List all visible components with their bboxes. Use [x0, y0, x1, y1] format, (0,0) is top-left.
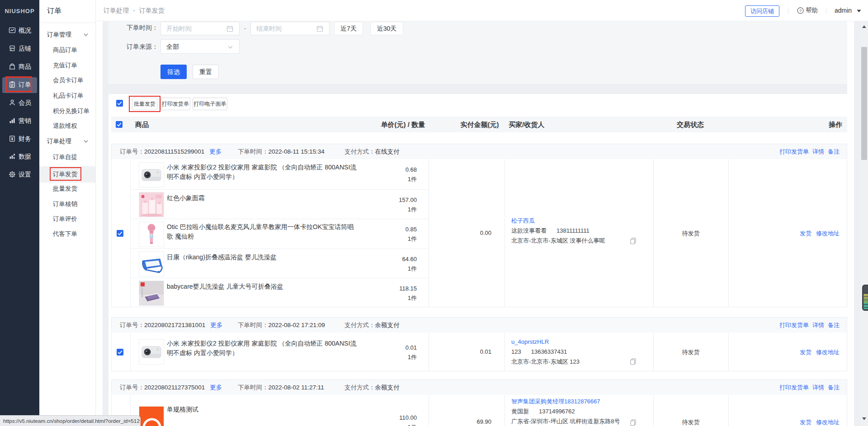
product-name[interactable]: 小米 米家投影仪2 投影仪家用 家庭影院 （全向自动矫正 800ANSI流明不虚…: [167, 339, 359, 358]
print-ship-link[interactable]: 打印发货单: [779, 384, 809, 391]
edit-address-link[interactable]: 修改地址: [816, 349, 840, 356]
menu-item-recharge-orders[interactable]: 充值订单: [53, 58, 77, 73]
ship-link[interactable]: 发货: [800, 349, 811, 356]
sidebar-item-label: 商品: [19, 57, 31, 75]
menu-item-points-exchange-orders[interactable]: 积分兑换订单: [53, 103, 90, 118]
edit-address-link[interactable]: 修改地址: [816, 419, 840, 426]
product-name[interactable]: 单规格测试: [167, 405, 359, 414]
secondary-sidebar-title: 订单: [47, 0, 96, 23]
buyer-receiver-phone: 12313636337431: [511, 347, 638, 357]
order-header-links: 打印发货单详情备注: [776, 318, 840, 332]
order-block: 订单号：202208111515299001更多 下单时间：2022-08-11…: [111, 144, 847, 307]
more-link[interactable]: 更多: [209, 148, 222, 155]
sidebar-item-finance[interactable]: 财务: [0, 130, 39, 148]
detail-link[interactable]: 详情: [812, 384, 824, 391]
scroll-up-arrow[interactable]: [862, 25, 867, 28]
finance-icon: [9, 135, 16, 142]
visit-shop-button[interactable]: 访问店铺: [745, 5, 779, 17]
buyer-address: 北京市-北京市-东城区 没事什么事呢: [511, 236, 638, 246]
breadcrumb-section[interactable]: 订单处理: [104, 7, 129, 14]
edit-address-link[interactable]: 修改地址: [816, 230, 840, 237]
product-row: 日康（rikang)折叠感温浴盆 婴儿洗澡盆 64.601件: [130, 248, 429, 278]
order-source-label: 订单来源：: [108, 42, 158, 51]
app-logo: NIUSHOP: [0, 5, 39, 18]
last-7-days-button[interactable]: 近7天: [334, 22, 363, 35]
remark-link[interactable]: 备注: [828, 384, 840, 391]
menu-item-proxy-orders[interactable]: 代客下单: [53, 226, 77, 241]
print-ship-order-button[interactable]: 打印发货单: [160, 98, 190, 110]
copy-address-icon[interactable]: [630, 358, 636, 365]
scroll-down-arrow[interactable]: [862, 417, 867, 421]
order-checkbox[interactable]: [117, 349, 123, 356]
sidebar-item-data[interactable]: 数据: [0, 147, 39, 165]
sidebar-item-overview[interactable]: 概况: [0, 21, 39, 39]
sidebar-item-members[interactable]: 会员: [0, 94, 39, 112]
order-no: 202208111515299001: [144, 148, 204, 155]
order-block: 订单号：202208021127375001更多 下单时间：2022-08-02…: [111, 379, 847, 426]
sidebar-item-marketing[interactable]: 营销: [0, 112, 39, 130]
breadcrumb-separator: -: [133, 7, 135, 14]
menu-item-order-pickup[interactable]: 订单自提: [53, 150, 77, 164]
product-row: 红色小象面霜 157.001件: [130, 189, 429, 219]
blue-bathtub-image: [139, 251, 164, 276]
order-body: 单规格测试 110.001件 69.90 智声集团采购黄经理1831287666…: [112, 395, 847, 426]
remark-link[interactable]: 备注: [828, 322, 840, 328]
svg-text:?: ?: [799, 9, 802, 13]
product-name[interactable]: Otic 巴拉啦小魔仙联名麦克风儿童早教家用一体卡拉OK宝宝话筒唱歌 魔仙粉: [167, 222, 359, 241]
ship-link[interactable]: 发货: [800, 230, 811, 237]
menu-item-order-verification[interactable]: 订单核销: [53, 197, 77, 211]
menu-group-order-processing[interactable]: 订单处理: [47, 134, 71, 149]
sidebar-item-settings[interactable]: 设置: [0, 165, 39, 183]
filter-button[interactable]: 筛选: [160, 65, 187, 79]
order-checkbox[interactable]: [117, 230, 123, 237]
help-menu[interactable]: ? 帮助: [797, 0, 826, 21]
sidebar-item-shop[interactable]: 店铺: [0, 39, 39, 57]
menu-item-label: 订单管理: [47, 31, 71, 38]
order-source-select[interactable]: 全部: [160, 39, 240, 54]
menu-item-gift-card-orders[interactable]: 礼品卡订单: [53, 88, 84, 103]
copy-address-icon[interactable]: [630, 419, 636, 426]
end-time-input[interactable]: 结束时间: [250, 22, 330, 35]
print-e-waybill-button[interactable]: 打印电子面单: [193, 98, 227, 110]
print-ship-link[interactable]: 打印发货单: [779, 322, 809, 328]
check-icon: [116, 100, 123, 107]
product-name[interactable]: 日康（rikang)折叠感温浴盆 婴儿洗澡盆: [167, 253, 359, 262]
product-name[interactable]: babycare婴儿洗澡盆 儿童大号可折叠浴盆: [167, 282, 359, 291]
buyer-nickname[interactable]: 智声集团采购黄经理18312876667: [511, 397, 638, 407]
menu-item-member-card-orders[interactable]: 会员卡订单: [53, 73, 84, 88]
overview-icon: [9, 27, 16, 34]
select-all-checkbox[interactable]: [116, 100, 123, 107]
menu-item-goods-orders[interactable]: 商品订单: [53, 42, 77, 57]
detail-link[interactable]: 详情: [812, 148, 824, 155]
menu-item-order-reviews[interactable]: 订单评价: [53, 211, 77, 226]
buyer-nickname[interactable]: u_4oprstzHLR: [511, 337, 638, 347]
remark-link[interactable]: 备注: [828, 148, 840, 155]
order-actions: 发货修改地址: [795, 348, 840, 356]
ship-link[interactable]: 发货: [800, 419, 811, 426]
user-menu[interactable]: admin: [835, 0, 861, 21]
order-actions: 发货修改地址: [795, 418, 840, 426]
buyer-nickname[interactable]: 松子西瓜: [511, 216, 638, 226]
more-link[interactable]: 更多: [210, 322, 222, 328]
table-header-checkbox[interactable]: [116, 121, 123, 128]
menu-item-batch-shipping[interactable]: 批量发货: [53, 181, 77, 196]
start-time-input[interactable]: 开始时间: [160, 22, 240, 35]
print-ship-link[interactable]: 打印发货单: [779, 148, 809, 155]
amount-paid: 69.90: [410, 418, 491, 425]
menu-item-refund-rights[interactable]: 退款维权: [53, 118, 77, 133]
scrollbar-thumb[interactable]: [861, 47, 867, 160]
menu-item-label: 订单评价: [53, 215, 77, 222]
detail-link[interactable]: 详情: [812, 322, 824, 328]
product-name[interactable]: 小米 米家投影仪2 投影仪家用 家庭影院 （全向自动矫正 800ANSI流明不虚…: [167, 163, 359, 182]
pay-method-group: 支付方式：余额支付: [344, 318, 400, 332]
sidebar-item-goods[interactable]: 商品: [0, 57, 39, 75]
menu-group-order-management[interactable]: 订单管理: [47, 27, 71, 42]
breadcrumb: 订单处理-订单发货: [104, 0, 165, 21]
product-name[interactable]: 红色小象面霜: [167, 193, 359, 203]
order-time: 2022-08-11 15:15:34: [269, 148, 325, 155]
reset-button[interactable]: 重置: [193, 65, 219, 79]
buyer-address: 北京市-北京市-东城区 123: [511, 357, 638, 367]
more-link[interactable]: 更多: [210, 384, 222, 391]
copy-address-icon[interactable]: [630, 238, 636, 244]
last-30-days-button[interactable]: 近30天: [370, 22, 403, 35]
